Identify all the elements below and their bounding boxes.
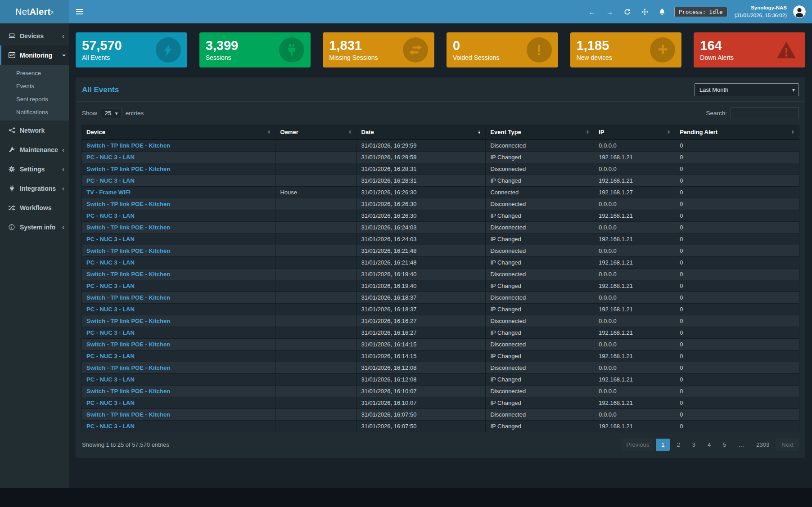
search-control: Search: [706,107,799,119]
stat-card[interactable]: 164 Down Alerts [694,32,805,67]
column-header-event-type[interactable]: Event Type▲▼ [486,125,594,140]
pagination-button[interactable]: 2303 [751,439,775,451]
pending-alert-cell: 0 [675,245,799,257]
owner-cell [275,397,356,409]
stat-card[interactable]: 0 Voided Sessions ! [447,32,558,67]
device-link[interactable]: PC - NUC 3 - LAN [86,399,135,406]
owner-cell [275,198,356,210]
device-link[interactable]: PC - NUC 3 - LAN [86,329,135,336]
pending-alert-cell: 0 [675,269,799,280]
notifications-bell-button[interactable] [654,0,671,23]
stat-card[interactable]: 1,185 New devices + [570,32,682,67]
sidebar-item-workflows[interactable]: Workflows [0,198,69,217]
pending-alert-cell: 0 [675,304,799,315]
forward-button[interactable]: → [601,0,618,23]
device-cell: Switch - TP link POE - Kitchen [82,362,275,374]
submenu-item[interactable]: Sent reports [0,93,69,106]
date-cell: 31/01/2026, 16:24:03 [356,233,486,245]
chevron-left-icon: ‹ [62,32,64,39]
stat-card-text: 0 Voided Sessions [453,39,500,61]
device-link[interactable]: Switch - TP link POE - Kitchen [86,271,170,278]
page-length-select[interactable]: 25 [101,108,122,118]
pagination-button[interactable]: Previous [621,439,655,451]
events-panel: All Events Last Month Show 25 [76,77,805,458]
sidebar-item-integrations[interactable]: Integrations ‹ [0,179,69,198]
event-type-cell: IP Changed [486,304,594,315]
device-link[interactable]: PC - NUC 3 - LAN [86,236,135,242]
sidebar-item-devices[interactable]: Devices ‹ [0,26,69,45]
date-cell: 31/01/2026, 16:29:59 [356,139,486,152]
submenu-item[interactable]: Notifications [0,106,69,119]
pagination-button[interactable]: 1 [656,439,670,451]
stat-label: Down Alerts [700,54,734,61]
device-link[interactable]: PC - NUC 3 - LAN [86,376,135,383]
device-link[interactable]: Switch - TP link POE - Kitchen [86,224,170,231]
device-link[interactable]: PC - NUC 3 - LAN [86,353,135,359]
sidebar-item-network[interactable]: Network [0,121,69,140]
column-header-owner[interactable]: Owner▲▼ [275,125,356,140]
date-cell: 31/01/2026, 16:07:50 [356,421,486,432]
period-select[interactable]: Last Month [695,84,740,96]
pagination-button[interactable]: … [733,439,749,451]
hamburger-menu-button[interactable] [69,0,90,23]
event-type-cell: Disconnected [486,139,594,152]
submenu-item[interactable]: Presence [0,67,69,80]
device-link[interactable]: Switch - TP link POE - Kitchen [86,142,170,149]
device-link[interactable]: PC - NUC 3 - LAN [86,283,135,289]
back-button[interactable]: ← [583,0,601,23]
sidebar-item-maintenance[interactable]: Maintenance ‹ [0,140,69,159]
owner-cell [275,350,356,362]
pagination-button[interactable]: 4 [702,439,716,451]
refresh-button[interactable] [618,0,636,23]
device-link[interactable]: Switch - TP link POE - Kitchen [86,166,170,172]
device-link[interactable]: Switch - TP link POE - Kitchen [86,388,170,395]
device-link[interactable]: Switch - TP link POE - Kitchen [86,364,170,371]
pagination-button[interactable]: 3 [687,439,701,451]
device-link[interactable]: PC - NUC 3 - LAN [86,177,135,184]
device-link[interactable]: Switch - TP link POE - Kitchen [86,341,170,348]
sidebar-item-settings[interactable]: Settings ‹ [0,159,69,179]
stat-card[interactable]: 57,570 All Events [76,32,187,67]
pagination-button[interactable]: 2 [671,439,685,451]
owner-cell: House [275,187,356,198]
stat-value: 164 [700,39,734,52]
pagination-button[interactable]: Next [776,439,799,451]
move-button[interactable] [636,0,654,23]
column-header-date[interactable]: Date▲▼ [356,125,486,140]
device-link[interactable]: PC - NUC 3 - LAN [86,306,135,313]
device-link[interactable]: PC - NUC 3 - LAN [86,154,135,161]
device-link[interactable]: Switch - TP link POE - Kitchen [86,318,170,324]
plus-icon: + [658,40,668,58]
device-link[interactable]: Switch - TP link POE - Kitchen [86,294,170,301]
event-type-cell: Connected [486,187,594,198]
monitoring-submenu: PresenceEventsSent reportsNotifications [0,65,69,121]
column-header-pending-alert[interactable]: Pending Alert▲▼ [675,125,799,140]
ip-cell: 192.168.1.21 [594,397,675,409]
owner-cell [275,374,356,386]
stat-card[interactable]: 1,831 Missing Sessions [323,32,434,67]
pagination-button[interactable]: 5 [717,439,731,451]
device-link[interactable]: Switch - TP link POE - Kitchen [86,201,170,207]
device-link[interactable]: Switch - TP link POE - Kitchen [86,247,170,254]
sidebar-item-monitoring[interactable]: Monitoring ‹ [0,45,69,65]
user-avatar[interactable] [793,5,806,18]
sidebar-item-system-info[interactable]: System info ‹ [0,217,69,237]
ip-cell: 0.0.0.0 [594,269,675,280]
device-link[interactable]: PC - NUC 3 - LAN [86,212,135,219]
device-link[interactable]: Switch - TP link POE - Kitchen [86,411,170,418]
column-header-device[interactable]: Device▲▼ [82,125,275,140]
date-cell: 31/01/2026, 16:18:37 [356,292,486,304]
device-link[interactable]: PC - NUC 3 - LAN [86,259,135,266]
stat-card[interactable]: 3,399 Sessions [199,32,311,67]
date-cell: 31/01/2026, 16:12:08 [356,362,486,374]
owner-cell [275,386,356,397]
device-link[interactable]: PC - NUC 3 - LAN [86,423,135,430]
date-cell: 31/01/2026, 16:12:08 [356,374,486,386]
event-type-cell: IP Changed [486,257,594,269]
column-header-ip[interactable]: IP▲▼ [594,125,675,140]
brand-logo[interactable]: NetAlertx [0,0,69,23]
search-input[interactable] [731,107,799,119]
device-link[interactable]: TV - Frame WiFi [86,189,131,196]
submenu-item[interactable]: Events [0,80,69,93]
pending-alert-cell: 0 [675,139,799,152]
